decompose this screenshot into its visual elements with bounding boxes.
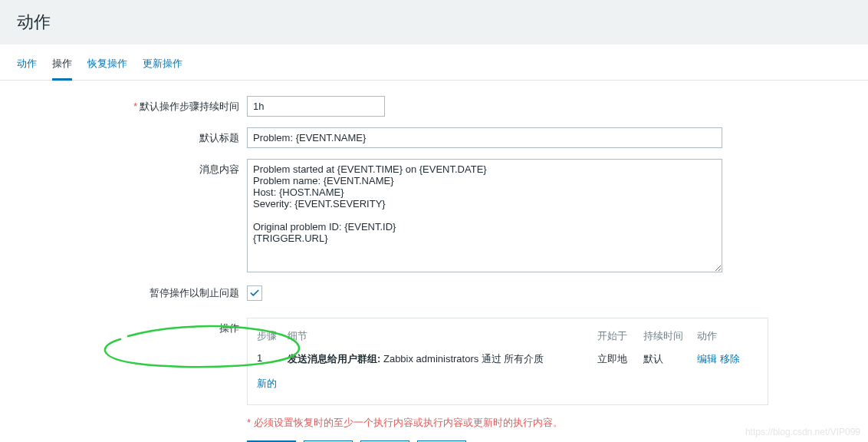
check-icon <box>249 288 260 299</box>
row-duration: 默认 <box>643 348 697 371</box>
row-detail: 发送消息给用户群组: Zabbix administrators 通过 所有介质 <box>288 348 597 371</box>
tab-bar: 动作 操作 恢复操作 更新操作 <box>0 45 868 81</box>
edit-link[interactable]: 编辑 <box>697 353 717 364</box>
new-operation-link[interactable]: 新的 <box>257 378 277 389</box>
row-step: 1 <box>257 348 288 371</box>
message-label: 消息内容 <box>17 159 247 176</box>
duration-label: *默认操作步骤持续时间 <box>17 96 247 114</box>
duration-input[interactable] <box>247 96 385 117</box>
operations-table: 步骤 细节 开始于 持续时间 动作 1 发送消息给用户群组 <box>257 326 758 395</box>
remove-link[interactable]: 移除 <box>720 353 740 364</box>
tab-recovery[interactable]: 恢复操作 <box>87 54 127 80</box>
form-area: *默认操作步骤持续时间 默认标题 消息内容 暂停操作以制止问题 <box>0 81 868 442</box>
subject-label: 默认标题 <box>17 127 247 145</box>
tab-operations[interactable]: 操作 <box>52 54 72 81</box>
col-action: 动作 <box>697 326 758 348</box>
table-header-row: 步骤 细节 开始于 持续时间 动作 <box>257 326 758 348</box>
tab-update[interactable]: 更新操作 <box>143 54 182 80</box>
operations-label: 操作 <box>17 318 247 335</box>
subject-input[interactable] <box>247 127 722 148</box>
table-new-row: 新的 <box>257 371 758 395</box>
col-detail: 细节 <box>288 326 597 348</box>
col-duration: 持续时间 <box>643 326 697 348</box>
operations-box: 步骤 细节 开始于 持续时间 动作 1 发送消息给用户群组 <box>247 318 768 405</box>
warning-text: * 必须设置恢复时的至少一个执行内容或执行内容或更新时的执行内容。 <box>247 416 851 430</box>
row-start: 立即地 <box>597 348 643 371</box>
pause-label: 暂停操作以制止问题 <box>17 286 247 300</box>
message-textarea[interactable] <box>247 159 722 272</box>
page-title: 动作 <box>0 0 868 45</box>
tab-action[interactable]: 动作 <box>17 54 37 80</box>
col-start: 开始于 <box>597 326 643 348</box>
pause-checkbox[interactable] <box>247 285 262 301</box>
col-step: 步骤 <box>257 326 288 348</box>
table-row: 1 发送消息给用户群组: Zabbix administrators 通过 所有… <box>257 348 758 371</box>
